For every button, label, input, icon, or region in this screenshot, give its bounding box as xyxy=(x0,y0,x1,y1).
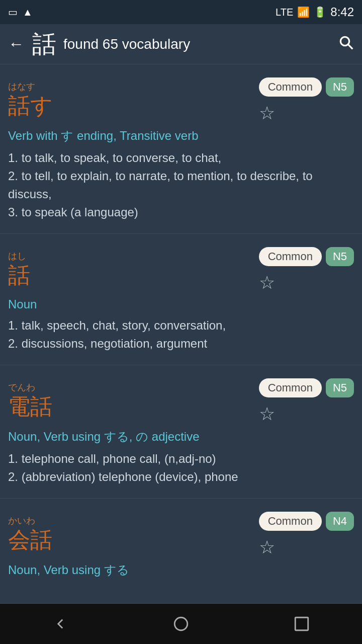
entry-top-row-4: かいわ 会話 Common N4 ☆ xyxy=(8,509,354,558)
vocab-entry-3: でんわ 電話 Common N5 ☆ Noun, Verb using する, … xyxy=(0,365,362,499)
entry-top-row-1: はなす 話す Common N5 ☆ xyxy=(8,74,354,124)
status-icons-left: ▭ ▲ xyxy=(8,6,33,18)
word-col-4: かいわ 会話 xyxy=(8,515,52,552)
svg-point-2 xyxy=(174,617,188,630)
badge-common-2: Common xyxy=(259,247,322,266)
word-col-2: はし 話 xyxy=(8,250,30,287)
kanji-word-2: 話 xyxy=(8,263,30,287)
word-type-3: Noun, Verb using する, の adjective xyxy=(8,429,354,445)
star-button-3[interactable]: ☆ xyxy=(259,404,275,425)
search-button[interactable] xyxy=(338,34,354,54)
svg-rect-3 xyxy=(295,617,308,630)
word-col-1: はなす 話す xyxy=(8,80,53,118)
badge-common-1: Common xyxy=(259,77,322,97)
word-type-2: Noun xyxy=(8,297,354,311)
kanji-word-3: 電話 xyxy=(8,394,52,419)
bottom-navigation xyxy=(0,604,362,644)
vocab-entry-1: はなす 話す Common N5 ☆ Verb with す ending, T… xyxy=(0,64,362,234)
star-button-4[interactable]: ☆ xyxy=(259,537,275,558)
entry-badges-3: Common N5 xyxy=(259,378,354,397)
word-col-3: でんわ 電話 xyxy=(8,381,52,419)
vocab-entry-2: はし 話 Common N5 ☆ Noun 1. talk, speech, c… xyxy=(0,234,362,365)
star-button-1[interactable]: ☆ xyxy=(259,103,275,124)
entry-top-row-3: でんわ 電話 Common N5 ☆ xyxy=(8,375,354,425)
badge-common-3: Common xyxy=(259,378,322,397)
status-icons-right: LTE 📶 🔋 8:42 xyxy=(276,5,354,19)
kanji-word-1: 話す xyxy=(8,94,53,118)
signal-icon: 📶 xyxy=(297,6,310,18)
entry-badges-1: Common N5 xyxy=(259,77,354,97)
nav-recent-button[interactable] xyxy=(282,609,322,639)
android-icon: ▲ xyxy=(23,7,33,18)
badge-level-4: N4 xyxy=(326,512,354,531)
furigana-3: でんわ xyxy=(8,381,52,393)
entry-badges-4: Common N4 xyxy=(259,512,354,531)
badge-common-4: Common xyxy=(259,512,322,531)
entry-top-row-2: はし 話 Common N5 ☆ xyxy=(8,244,354,293)
battery-icon: 🔋 xyxy=(314,6,326,18)
status-bar: ▭ ▲ LTE 📶 🔋 8:42 xyxy=(0,0,362,24)
word-type-1: Verb with す ending, Transitive verb xyxy=(8,128,354,144)
badge-level-3: N5 xyxy=(326,378,354,397)
header-kanji: 話 xyxy=(32,28,56,60)
back-button[interactable]: ← xyxy=(8,35,24,53)
header-title: found 65 vocabulary xyxy=(63,36,338,52)
lte-label: LTE xyxy=(276,7,293,18)
svg-point-0 xyxy=(340,37,349,45)
badge-level-1: N5 xyxy=(326,77,354,97)
nav-back-button[interactable] xyxy=(40,609,80,639)
kanji-word-4: 会話 xyxy=(8,528,52,552)
nav-home-button[interactable] xyxy=(161,609,201,639)
furigana-1: はなす xyxy=(8,80,53,93)
svg-line-1 xyxy=(348,44,353,49)
star-button-2[interactable]: ☆ xyxy=(259,272,275,293)
furigana-4: かいわ xyxy=(8,515,52,527)
vocab-entry-4: かいわ 会話 Common N4 ☆ Noun, Verb using する xyxy=(0,499,362,604)
status-time: 8:42 xyxy=(330,5,354,19)
word-definition-3: 1. telephone call, phone call, (n,adj-no… xyxy=(8,450,354,486)
top-app-bar: ← 話 found 65 vocabulary xyxy=(0,24,362,64)
sim-icon: ▭ xyxy=(8,6,18,18)
word-definition-1: 1. to talk, to speak, to converse, to ch… xyxy=(8,149,354,221)
furigana-2: はし xyxy=(8,250,30,262)
badge-level-2: N5 xyxy=(326,247,354,266)
entry-badges-2: Common N5 xyxy=(259,247,354,266)
vocab-list: はなす 話す Common N5 ☆ Verb with す ending, T… xyxy=(0,64,362,644)
word-type-4: Noun, Verb using する xyxy=(8,562,354,578)
word-definition-2: 1. talk, speech, chat, story, conversati… xyxy=(8,316,354,353)
